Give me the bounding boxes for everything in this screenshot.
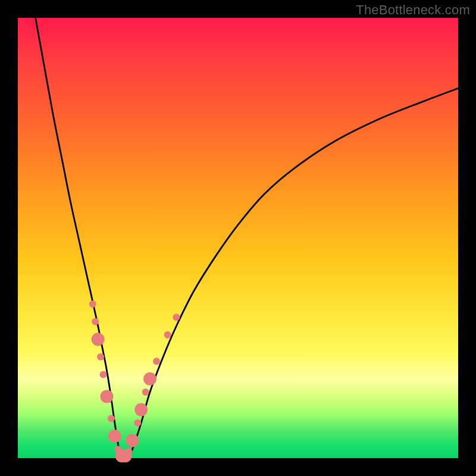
data-marker — [100, 390, 113, 403]
data-marker — [125, 448, 132, 455]
data-marker — [92, 318, 99, 325]
bottleneck-curve — [36, 18, 458, 459]
data-marker — [134, 403, 148, 416]
data-marker — [153, 358, 160, 365]
data-marker — [173, 314, 180, 321]
data-marker — [126, 434, 139, 447]
watermark-text: TheBottleneck.com — [356, 2, 470, 18]
data-marker — [100, 371, 107, 378]
data-marker — [164, 331, 171, 339]
data-marker — [134, 419, 141, 427]
data-marker — [108, 415, 115, 422]
marker-group — [89, 300, 180, 462]
curve-svg — [18, 18, 458, 458]
data-marker — [108, 430, 121, 443]
plot-area — [18, 18, 458, 458]
data-marker — [89, 300, 96, 308]
data-marker — [143, 372, 156, 386]
chart-stage: TheBottleneck.com — [0, 0, 476, 476]
data-marker — [92, 333, 105, 346]
data-marker — [142, 389, 149, 396]
data-marker — [97, 353, 104, 361]
